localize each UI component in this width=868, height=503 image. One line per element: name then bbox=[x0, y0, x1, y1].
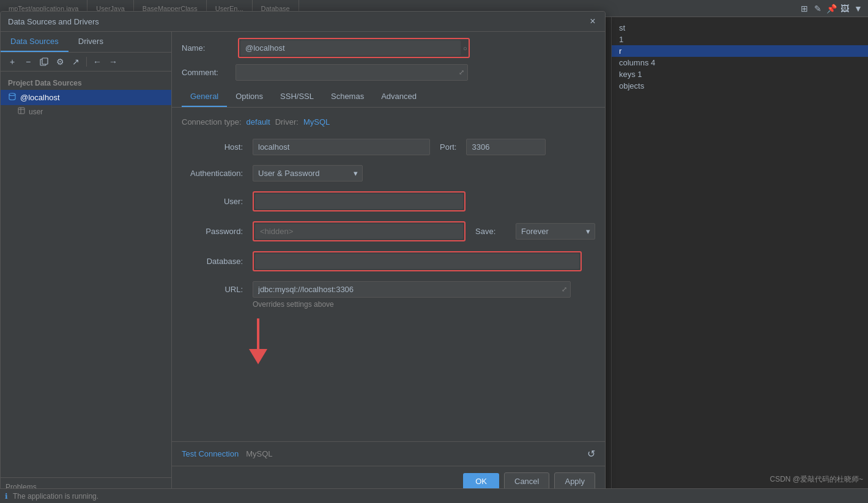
database-input[interactable] bbox=[255, 254, 579, 269]
url-expand-icon[interactable]: ⤢ bbox=[562, 285, 567, 293]
red-arrow bbox=[243, 318, 273, 367]
dialog-left-panel: Data Sources Drivers + − ⚙ ↗ ← → bbox=[1, 32, 172, 496]
comment-expand-icon[interactable]: ⤢ bbox=[459, 68, 464, 76]
port-label: Port: bbox=[440, 142, 456, 152]
auth-label: Authentication: bbox=[182, 169, 243, 178]
user-input[interactable] bbox=[255, 194, 463, 209]
add-button[interactable]: + bbox=[6, 55, 19, 68]
name-input-highlight: ○ bbox=[238, 38, 470, 58]
db-icon bbox=[8, 92, 17, 103]
auth-select[interactable]: User & Password No auth SSH bbox=[253, 165, 363, 182]
tree-item-user[interactable]: user bbox=[1, 105, 171, 118]
tree-item-localhost[interactable]: @localhost bbox=[1, 90, 171, 105]
driver-value[interactable]: MySQL bbox=[303, 117, 330, 127]
password-label: Password: bbox=[182, 227, 243, 236]
comment-input-wrap: ⤢ bbox=[236, 64, 468, 81]
pin-icon[interactable]: 📌 bbox=[826, 4, 836, 13]
user-row: User: bbox=[182, 191, 595, 211]
auth-select-wrap: User & Password No auth SSH bbox=[253, 165, 363, 182]
db-item-objects: objects bbox=[619, 80, 861, 92]
back-button[interactable]: ← bbox=[91, 55, 104, 68]
url-input-wrap: ⤢ bbox=[253, 281, 571, 298]
comment-input[interactable] bbox=[236, 64, 468, 81]
name-row: Name: ○ bbox=[172, 32, 605, 64]
dialog-title: Data Sources and Drivers bbox=[8, 17, 588, 26]
forward-button[interactable]: → bbox=[106, 55, 120, 68]
comment-label: Comment: bbox=[182, 68, 231, 77]
comment-row: Comment: ⤢ bbox=[172, 64, 605, 87]
tree-item-localhost-label: @localhost bbox=[20, 93, 60, 102]
export-button[interactable]: ↗ bbox=[69, 55, 83, 68]
name-label: Name: bbox=[182, 43, 231, 53]
table-icon[interactable]: ⊞ bbox=[799, 4, 809, 13]
host-label: Host: bbox=[182, 142, 243, 152]
tab-general[interactable]: General bbox=[182, 87, 227, 107]
tab-advanced[interactable]: Advanced bbox=[373, 87, 425, 107]
arrow-container bbox=[182, 318, 595, 367]
db-item-r[interactable]: r bbox=[612, 45, 868, 57]
dialog-right-panel: Name: ○ Comment: ⤢ General Options SSH/S… bbox=[172, 32, 605, 496]
db-item-1: 1 bbox=[619, 34, 861, 45]
db-item-keys: keys 1 bbox=[619, 68, 861, 80]
tab-sshssl[interactable]: SSH/SSL bbox=[272, 87, 322, 107]
db-item-st: st bbox=[619, 22, 861, 34]
copy-button[interactable] bbox=[37, 55, 51, 68]
edit-icon[interactable]: ✎ bbox=[813, 4, 823, 13]
top-bar-icons: ⊞ ✎ 📌 🖼 ▼ bbox=[799, 4, 868, 13]
save-select-wrap: Forever Until restart Never bbox=[516, 223, 595, 240]
left-panel-tabs: Data Sources Drivers bbox=[1, 32, 171, 53]
url-label: URL: bbox=[182, 285, 243, 294]
dialog-titlebar: Data Sources and Drivers × bbox=[1, 12, 605, 32]
host-port-row: Host: Port: bbox=[182, 139, 595, 155]
settings-button[interactable]: ⚙ bbox=[53, 55, 67, 68]
dialog-body: Data Sources Drivers + − ⚙ ↗ ← → bbox=[1, 32, 605, 496]
left-tree: Project Data Sources @localhost bbox=[1, 72, 171, 477]
password-input[interactable] bbox=[255, 224, 463, 239]
cancel-button[interactable]: Cancel bbox=[504, 472, 549, 490]
user-input-highlight bbox=[253, 191, 466, 211]
refresh-button[interactable]: ↺ bbox=[587, 448, 595, 460]
close-button[interactable]: × bbox=[588, 17, 598, 26]
apply-button[interactable]: Apply bbox=[554, 472, 595, 490]
status-text: The application is running. bbox=[13, 492, 98, 501]
project-data-sources-label: Project Data Sources bbox=[1, 74, 171, 90]
user-label: User: bbox=[182, 197, 243, 206]
bottom-driver-name: MySQL bbox=[246, 449, 272, 458]
name-input[interactable] bbox=[240, 40, 461, 56]
save-label: Save: bbox=[475, 227, 506, 236]
connection-type-label: Connection type: bbox=[182, 117, 242, 127]
database-label: Database: bbox=[182, 257, 243, 266]
connection-type-row: Connection type: default Driver: MySQL bbox=[182, 117, 595, 127]
host-input[interactable] bbox=[253, 139, 430, 155]
config-body: Connection type: default Driver: MySQL H… bbox=[172, 108, 605, 441]
svg-rect-3 bbox=[18, 108, 24, 114]
test-connection-button[interactable]: Test Connection bbox=[182, 449, 239, 458]
status-icon: ℹ bbox=[5, 492, 8, 501]
tab-schemas[interactable]: Schemas bbox=[322, 87, 373, 107]
overrides-text: Overrides settings above bbox=[253, 300, 595, 309]
name-clear-icon[interactable]: ○ bbox=[463, 45, 467, 52]
toolbar-separator bbox=[86, 57, 87, 67]
url-row: URL: ⤢ bbox=[182, 281, 595, 298]
table-small-icon bbox=[18, 107, 25, 116]
left-toolbar: + − ⚙ ↗ ← → bbox=[1, 53, 171, 72]
save-select[interactable]: Forever Until restart Never bbox=[516, 223, 595, 240]
port-input[interactable] bbox=[466, 139, 546, 155]
filter-icon[interactable]: ▼ bbox=[853, 4, 863, 13]
url-input[interactable] bbox=[253, 281, 571, 298]
dialog-bottom-bar: Test Connection MySQL ↺ bbox=[172, 441, 605, 466]
auth-row: Authentication: User & Password No auth … bbox=[182, 165, 595, 182]
connection-type-value[interactable]: default bbox=[247, 117, 270, 127]
tab-drivers[interactable]: Drivers bbox=[69, 32, 113, 52]
remove-button[interactable]: − bbox=[21, 55, 35, 68]
db-item-columns: columns 4 bbox=[619, 57, 861, 68]
ok-button[interactable]: OK bbox=[463, 473, 499, 490]
image-icon[interactable]: 🖼 bbox=[840, 4, 850, 13]
tab-data-sources[interactable]: Data Sources bbox=[1, 32, 69, 52]
tree-item-user-label: user bbox=[29, 108, 43, 116]
database-input-highlight bbox=[253, 251, 582, 271]
csdn-watermark: CSDN @爱敲代码的杜晓师~ bbox=[770, 474, 863, 485]
password-input-highlight bbox=[253, 221, 466, 241]
driver-label: Driver: bbox=[275, 117, 299, 127]
tab-options[interactable]: Options bbox=[227, 87, 272, 107]
